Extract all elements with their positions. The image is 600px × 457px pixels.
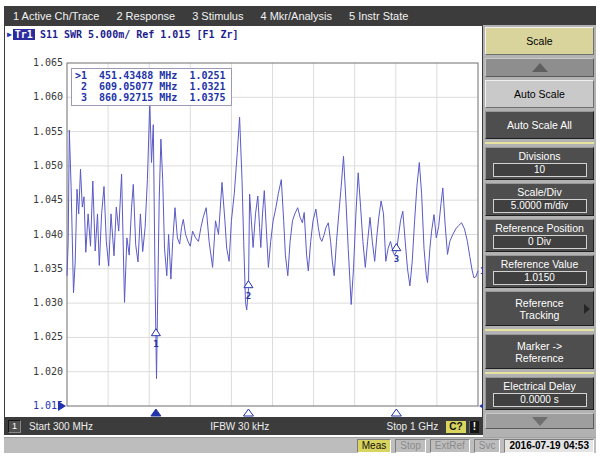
y-axis-tick-label: 1.020	[5, 366, 63, 378]
auto-scale-all-button[interactable]: Auto Scale All	[485, 111, 594, 139]
softkey-scroll-down-button[interactable]	[485, 413, 594, 429]
submenu-arrow-icon	[584, 304, 590, 314]
menu-item-active-ch-trace[interactable]: 1 Active Ch/Trace	[13, 10, 99, 22]
softkey-scroll-up-button[interactable]	[485, 58, 594, 77]
marker-1-glyph-number: 1	[153, 339, 158, 349]
softkey-separator	[485, 142, 594, 144]
marker-2-stimulus-triangle[interactable]	[243, 409, 253, 416]
marker-3-glyph-number: 3	[394, 254, 399, 264]
ifbw-label: IFBW 30 kHz	[93, 421, 387, 432]
reference-value-label: Reference Value	[501, 258, 578, 270]
reference-tracking-button[interactable]: Reference Tracking	[485, 291, 594, 326]
trace-status-text: S11 SWR 5.000m/ Ref 1.015 [F1 Zr]	[40, 29, 239, 40]
marker-to-reference-label: Marker -> Reference	[504, 340, 576, 364]
y-axis-tick-label: 1.030	[5, 297, 63, 309]
scale-div-value[interactable]: 5.0000 m/div	[493, 199, 587, 213]
reference-tracking-label: Reference Tracking	[504, 297, 576, 321]
arrow-up-icon	[532, 63, 548, 72]
y-axis-tick-label: 1.040	[5, 229, 63, 241]
graph-panel: 1231 ▶ Tr1 S11 SWR 5.000m/ Ref 1.015 [F1…	[4, 25, 483, 418]
correction-status-badge: C?	[446, 421, 465, 433]
extref-status-badge: ExtRef	[430, 439, 470, 453]
softkey-separator	[485, 372, 594, 374]
electrical-delay-value[interactable]: 0.0000 s	[493, 393, 587, 407]
reference-position-button[interactable]: Reference Position 0 Div	[485, 219, 594, 252]
electrical-delay-label: Electrical Delay	[503, 380, 575, 392]
menu-item-stimulus[interactable]: 3 Stimulus	[192, 10, 243, 22]
reference-value-value[interactable]: 1.0150	[493, 271, 587, 285]
menu-bar: 1 Active Ch/Trace 2 Response 3 Stimulus …	[4, 6, 596, 25]
marker-1-glyph	[151, 329, 160, 336]
alert-badge: !	[469, 421, 479, 433]
meas-status-badge: Meas	[357, 439, 391, 453]
reference-position-value[interactable]: 0 Div	[493, 235, 587, 249]
divisions-label: Divisions	[518, 150, 560, 162]
reference-position-label: Reference Position	[495, 222, 584, 234]
marker-3-stimulus-triangle[interactable]	[391, 409, 401, 416]
softkey-sidebar: Scale Auto Scale Auto Scale All Division…	[483, 25, 596, 437]
softkey-separator	[485, 329, 594, 331]
marker-1-stimulus-triangle[interactable]	[151, 409, 161, 416]
divisions-value[interactable]: 10	[493, 163, 587, 177]
arrow-down-icon	[532, 417, 548, 426]
scale-div-button[interactable]: Scale/Div 5.0000 m/div	[485, 183, 594, 216]
reference-value-button[interactable]: Reference Value 1.0150	[485, 255, 594, 288]
y-axis-tick-label: 1.060	[5, 91, 63, 103]
y-axis-tick-label: 1.065	[5, 57, 63, 69]
y-axis-labels: 1.0651.0601.0551.0501.0451.0401.0351.030…	[5, 26, 63, 417]
y-axis-tick-label: 1.055	[5, 126, 63, 138]
menu-item-mkr-analysis[interactable]: 4 Mkr/Analysis	[260, 10, 332, 22]
marker-2-glyph-number: 2	[246, 291, 251, 301]
scale-div-label: Scale/Div	[517, 186, 561, 198]
instrument-screen: 1 Active Ch/Trace 2 Response 3 Stimulus …	[0, 0, 600, 457]
channel-status-bar: 1 Start 300 MHz IFBW 30 kHz Stop 1 GHz C…	[4, 418, 483, 435]
menu-item-instr-state[interactable]: 5 Instr State	[349, 10, 408, 22]
marker-2-readout-row: 2 609.05077 MHz 1.0321	[75, 81, 226, 92]
stop-status-badge: Stop	[395, 439, 426, 453]
channel-number-badge: 1	[8, 420, 21, 433]
instrument-status-bar: Meas Stop ExtRef Svc 2016-07-19 04:53	[4, 437, 596, 453]
marker-3-readout-row: 3 860.92715 MHz 1.0375	[75, 92, 226, 103]
marker-1-readout-row: >1 451.43488 MHz 1.0251	[75, 70, 226, 81]
marker-3-glyph	[392, 244, 401, 251]
stop-frequency-label: Stop 1 GHz	[387, 421, 439, 432]
menu-item-response[interactable]: 2 Response	[116, 10, 175, 22]
softkey-menu-title: Scale	[485, 27, 594, 55]
y-axis-tick-label: 1.015	[5, 400, 63, 412]
softkey-menu-title-label: Scale	[526, 35, 552, 47]
y-axis-tick-label: 1.050	[5, 160, 63, 172]
auto-scale-button[interactable]: Auto Scale	[485, 80, 594, 108]
auto-scale-label: Auto Scale	[514, 88, 565, 100]
auto-scale-all-label: Auto Scale All	[507, 119, 572, 131]
electrical-delay-button[interactable]: Electrical Delay 0.0000 s	[485, 377, 594, 410]
marker-to-reference-button[interactable]: Marker -> Reference	[485, 334, 594, 369]
marker-readout: >1 451.43488 MHz 1.0251 2 609.05077 MHz …	[71, 68, 232, 106]
y-axis-tick-label: 1.045	[5, 194, 63, 206]
y-axis-tick-label: 1.025	[5, 331, 63, 343]
svc-status-badge: Svc	[474, 439, 501, 453]
divisions-button[interactable]: Divisions 10	[485, 147, 594, 180]
y-axis-tick-label: 1.035	[5, 263, 63, 275]
start-frequency-label: Start 300 MHz	[29, 421, 93, 432]
datetime-display: 2016-07-19 04:53	[504, 439, 594, 453]
